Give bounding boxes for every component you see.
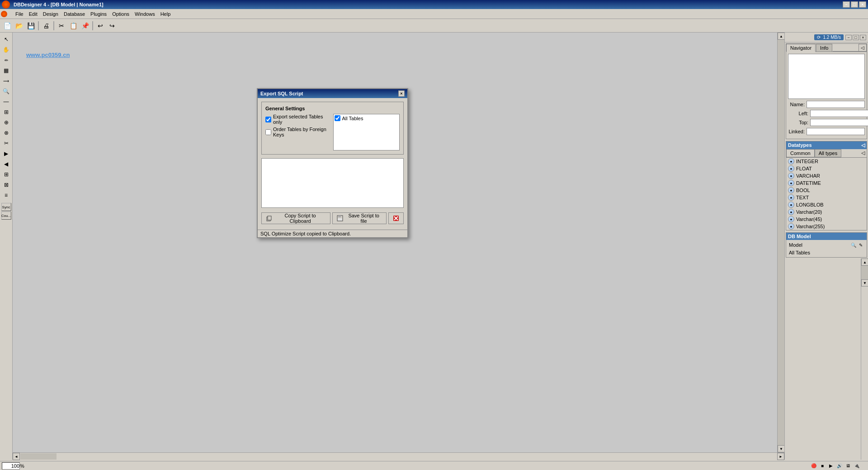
script-textarea[interactable] (261, 158, 404, 208)
save-script-label: Save Script to file (345, 213, 382, 224)
order-tables-label: Order Tables by Foreign Keys (273, 127, 330, 137)
order-tables-checkbox[interactable] (265, 129, 271, 135)
save-script-button[interactable]: Save Script to file (332, 212, 387, 224)
dialog-title: Export SQL Script (260, 91, 303, 96)
tables-list (335, 122, 399, 149)
svg-rect-4 (338, 218, 342, 221)
all-tables-checkbox[interactable] (335, 115, 340, 121)
dialog-titlebar: Export SQL Script × (258, 89, 407, 98)
export-selected-checkbox[interactable] (265, 117, 271, 122)
order-tables-row: Order Tables by Foreign Keys (265, 127, 330, 137)
all-tables-header-label: All Tables (342, 116, 363, 121)
copy-script-button[interactable]: Copy Script to Clipboard (261, 212, 330, 224)
save-icon (336, 215, 343, 222)
cancel-button[interactable] (388, 212, 404, 224)
svg-rect-1 (268, 216, 271, 220)
cancel-x-icon (392, 215, 400, 222)
dialog-overlay: Export SQL Script × General Settings Exp… (0, 0, 868, 470)
general-settings-group: General Settings Export selected Tables … (261, 102, 404, 155)
settings-row: Export selected Tables only Order Tables… (265, 114, 400, 150)
export-selected-row: Export selected Tables only (265, 114, 330, 125)
dialog-body: General Settings Export selected Tables … (258, 98, 407, 230)
settings-left: Export selected Tables only Order Tables… (265, 114, 330, 150)
svg-rect-3 (338, 216, 341, 217)
tables-header: All Tables (335, 115, 399, 121)
dialog-close-button[interactable]: × (398, 90, 405, 97)
tables-panel: All Tables (333, 114, 400, 150)
dialog-statusbar: SQL Optimize Script copied to Clipboard. (258, 230, 407, 237)
copy-script-label: Copy Script to Clipboard (274, 213, 326, 224)
export-sql-dialog: Export SQL Script × General Settings Exp… (257, 88, 408, 238)
general-settings-legend: General Settings (265, 106, 400, 111)
dialog-buttons: Copy Script to Clipboard Save Script to … (261, 212, 404, 224)
dialog-status-text: SQL Optimize Script copied to Clipboard. (260, 231, 351, 236)
copy-icon (265, 215, 272, 222)
export-selected-label: Export selected Tables only (273, 114, 330, 125)
